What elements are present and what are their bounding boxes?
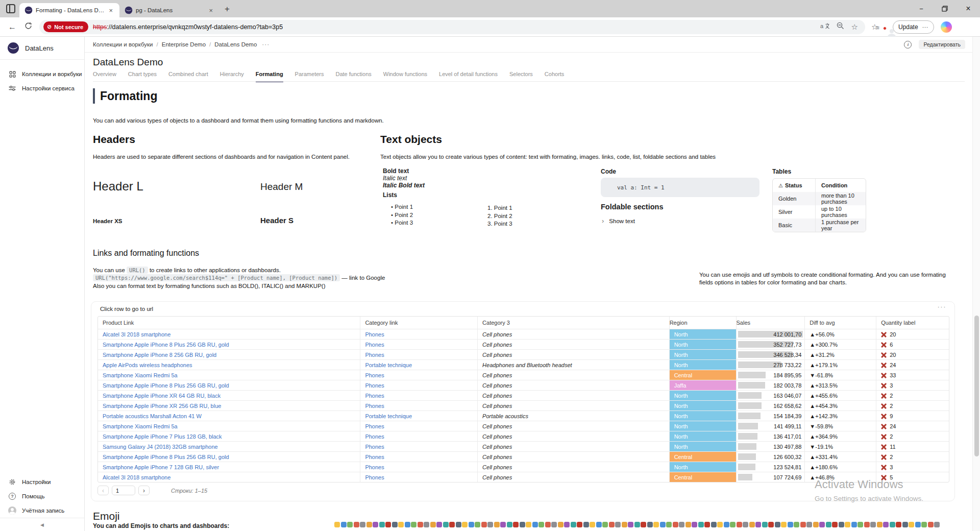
tab-parameters[interactable]: Parameters	[295, 71, 324, 82]
tab-title: pg - DataLens	[136, 7, 204, 13]
table-row[interactable]: Smartphone Apple iPhone XR 256 GB RU, bl…	[98, 400, 949, 411]
update-more-icon[interactable]: ···	[922, 23, 928, 31]
category-link[interactable]: Phones	[365, 372, 384, 378]
product-link[interactable]: Smartphone Apple iPhone XR 256 GB RU, bl…	[103, 403, 221, 409]
tab-overview[interactable]: Overview	[93, 71, 116, 82]
table-row[interactable]: Smartphone Apple iPhone 8 Plus 256 GB RU…	[98, 451, 949, 462]
tab-close-icon[interactable]: ×	[107, 7, 114, 14]
category-link[interactable]: Phones	[365, 382, 384, 389]
sidebar-item-service-settings[interactable]: Настройки сервиса	[0, 81, 84, 95]
sidebar-item-settings[interactable]: Настройки	[0, 475, 84, 489]
address-bar[interactable]: ⊘ Not secure https://datalens.enterprise…	[39, 20, 865, 34]
category-link[interactable]: Phones	[365, 403, 384, 409]
sidebar-item-account[interactable]: Учётная запись	[0, 503, 84, 518]
category-link[interactable]: Phones	[365, 464, 384, 470]
table-row[interactable]: Smartphone Xiaomi Redmi 5aPhonesCell pho…	[98, 370, 949, 380]
table-row[interactable]: Alcatel 3l 2018 smartphonePhonesCell pho…	[98, 472, 949, 482]
sidebar-item-collections[interactable]: Коллекции и воркбуки	[0, 67, 84, 81]
info-icon[interactable]: i	[904, 41, 912, 49]
category-link[interactable]: Phones	[365, 433, 384, 440]
browser-tab-inactive[interactable]: pg - DataLens ×	[119, 3, 219, 17]
table-row[interactable]: Portable acoustics Marshall Acton 41 WPo…	[98, 411, 949, 421]
category-link[interactable]: Portable technique	[365, 362, 412, 368]
scrollbar-thumb[interactable]	[974, 316, 979, 456]
category-link[interactable]: Phones	[365, 423, 384, 429]
product-link[interactable]: Apple AirPods wireless headphones	[103, 362, 192, 368]
brand-row[interactable]: DataLens	[0, 37, 84, 60]
table-row[interactable]: Samsung Galaxy J4 (2018) 32GB smartphone…	[98, 441, 949, 451]
category-link[interactable]: Phones	[365, 342, 384, 348]
category-link[interactable]: Phones	[365, 474, 384, 480]
tab-window-functions[interactable]: Window functions	[383, 71, 427, 82]
table-row[interactable]: Smartphone Apple iPhone XR 64 GB RU, bla…	[98, 390, 949, 400]
sidebar-item-help[interactable]: ? Помощь	[0, 489, 84, 503]
new-tab-button[interactable]: +	[225, 4, 230, 14]
not-secure-badge[interactable]: ⊘ Not secure	[43, 21, 88, 32]
sidebar-collapse-button[interactable]: ◀	[0, 518, 84, 531]
table-row[interactable]: Apple AirPods wireless headphonesPortabl…	[98, 359, 949, 370]
table-row[interactable]: Alcatel 3l 2018 smartphonePhonesCell pho…	[98, 329, 949, 339]
back-icon[interactable]: ←	[8, 22, 16, 32]
tab-cohorts[interactable]: Cohorts	[545, 71, 565, 82]
product-link[interactable]: Smartphone Apple iPhone 8 Plus 256 GB RU…	[103, 382, 229, 389]
breadcrumb-item[interactable]: Коллекции и воркбуки	[93, 41, 153, 47]
translate-icon[interactable]: a	[820, 22, 829, 32]
product-link[interactable]: Alcatel 3l 2018 smartphone	[103, 331, 170, 337]
tab-hierarchy[interactable]: Hierarchy	[220, 71, 244, 82]
tab-chart-types[interactable]: Chart types	[128, 71, 157, 82]
tab-close-icon[interactable]: ×	[207, 7, 214, 14]
product-link[interactable]: Smartphone Apple iPhone 8 Plus 256 GB RU…	[103, 342, 229, 348]
product-link[interactable]: Smartphone Apple iPhone 8 256 GB RU, gol…	[103, 352, 216, 358]
category-link[interactable]: Phones	[365, 331, 384, 337]
page-scrollbar[interactable]	[972, 37, 980, 531]
tab-level-of-detail-functions[interactable]: Level of detail functions	[439, 71, 498, 82]
copilot-icon[interactable]	[941, 21, 952, 33]
breadcrumb-item[interactable]: DataLens Demo	[214, 41, 257, 47]
restore-button[interactable]	[933, 0, 957, 17]
table-row[interactable]: Smartphone Apple iPhone 8 256 GB RU, gol…	[98, 349, 949, 359]
product-link[interactable]: Alcatel 3l 2018 smartphone	[103, 474, 170, 480]
category-link[interactable]: Portable technique	[365, 413, 412, 419]
table-row[interactable]: Smartphone Apple iPhone 8 Plus 256 GB RU…	[98, 339, 949, 349]
foldable-toggle[interactable]: › Show text	[602, 217, 635, 225]
tab-actions-icon[interactable]	[6, 4, 15, 13]
update-button[interactable]: Update ···	[893, 20, 934, 34]
category-link[interactable]: Phones	[365, 352, 384, 358]
breadcrumb-menu-icon[interactable]: ···	[262, 41, 270, 48]
table-row[interactable]: Smartphone Apple iPhone 7 128 GB RU, sil…	[98, 462, 949, 472]
category-link[interactable]: Phones	[365, 444, 384, 450]
widget-menu-icon[interactable]: ···	[938, 303, 947, 310]
product-link[interactable]: Portable acoustics Marshall Acton 41 W	[103, 413, 202, 419]
diff-cell: ▲+56.0%	[805, 329, 876, 339]
category-link[interactable]: Phones	[365, 454, 384, 460]
table-row[interactable]: Smartphone Apple iPhone 7 Plus 128 GB, b…	[98, 431, 949, 441]
category-link[interactable]: Phones	[365, 393, 384, 399]
product-link[interactable]: Smartphone Xiaomi Redmi 5a	[103, 423, 178, 429]
minimize-button[interactable]: −	[910, 0, 933, 17]
product-link[interactable]: Smartphone Xiaomi Redmi 5a	[103, 372, 178, 378]
table-row[interactable]: Smartphone Apple iPhone 8 Plus 256 GB RU…	[98, 380, 949, 390]
product-cell: Smartphone Apple iPhone 8 Plus 256 GB RU…	[98, 340, 360, 349]
zoom-icon[interactable]	[837, 22, 844, 32]
product-link[interactable]: Smartphone Apple iPhone 8 Plus 256 GB RU…	[103, 454, 229, 460]
close-button[interactable]: ×	[957, 0, 980, 17]
product-link[interactable]: Smartphone Apple iPhone XR 64 GB RU, bla…	[103, 393, 220, 399]
tab-combined-chart[interactable]: Combined chart	[168, 71, 208, 82]
prev-page-button[interactable]: ‹	[97, 486, 109, 495]
edit-button[interactable]: Редактировать	[919, 40, 965, 49]
tab-date-functions[interactable]: Date functions	[335, 71, 371, 82]
refresh-icon[interactable]	[24, 22, 32, 32]
breadcrumb-item[interactable]: Enterprise Demo	[162, 41, 206, 47]
page-number-input[interactable]	[112, 486, 135, 495]
product-link[interactable]: Samsung Galaxy J4 (2018) 32GB smartphone	[103, 444, 218, 450]
browser-tab-active[interactable]: Formating - DataLens Demo - Dat ×	[19, 3, 119, 17]
table-row[interactable]: Smartphone Xiaomi Redmi 5aPhonesCell pho…	[98, 421, 949, 431]
product-link[interactable]: Smartphone Apple iPhone 7 128 GB RU, sil…	[103, 464, 219, 470]
tab-formating[interactable]: Formating	[256, 71, 283, 82]
tab-selectors[interactable]: Selectors	[509, 71, 533, 82]
product-link[interactable]: Smartphone Apple iPhone 7 Plus 128 GB, b…	[103, 433, 222, 440]
favorites-bar-icon[interactable]: ☆≡	[871, 22, 879, 32]
next-page-button[interactable]: ›	[138, 486, 150, 495]
favorite-star-icon[interactable]: ☆	[851, 22, 858, 32]
url-text[interactable]: https://datalens.enterprise/qvnkqzm0wsty…	[93, 23, 283, 31]
